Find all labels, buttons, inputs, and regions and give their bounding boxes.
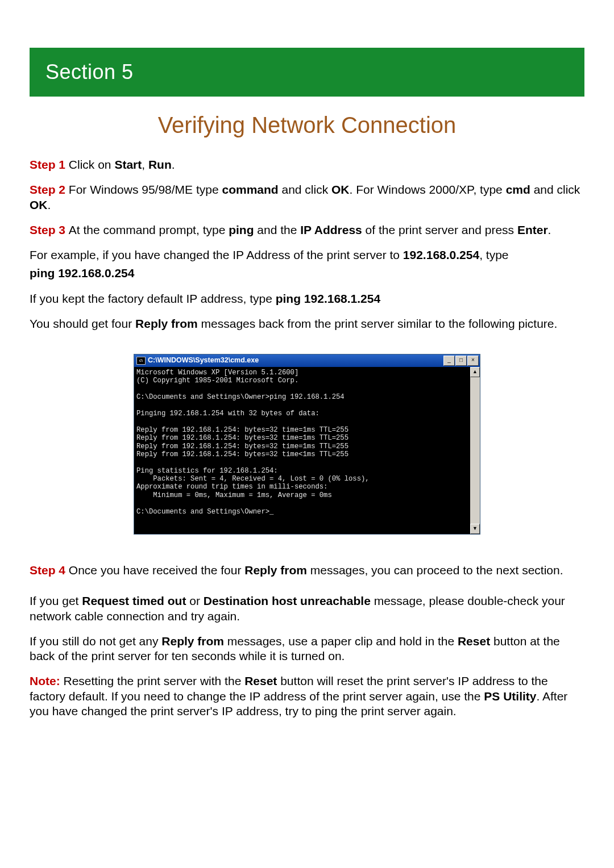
error-2: If you still do not get any Reply from m…: [30, 634, 584, 664]
text-bold: Run: [148, 158, 172, 171]
text: If you still do not get any: [30, 635, 161, 648]
text: If you get: [30, 594, 82, 607]
text: Resetting the print server with the: [64, 674, 245, 687]
maximize-button[interactable]: □: [455, 356, 467, 366]
document-page: Section 5 Verifying Network Connection S…: [0, 0, 614, 763]
text: and the: [254, 223, 300, 236]
cmd-output: Microsoft Windows XP [Version 5.1.2600] …: [134, 367, 470, 534]
section-banner: Section 5: [30, 48, 584, 97]
text-bold: Reset: [244, 674, 277, 687]
reply-intro: You should get four Reply from messages …: [30, 316, 584, 331]
cmd-body-row: Microsoft Windows XP [Version 5.1.2600] …: [134, 367, 480, 534]
example-1: For example, if you have changed the IP …: [30, 248, 584, 262]
error-1: If you get Request timed out or Destinat…: [30, 594, 584, 624]
note: Note: Resetting the print server with th…: [30, 674, 584, 719]
text-bold: cmd: [506, 183, 530, 196]
step-4-label: Step 4: [30, 564, 69, 577]
text: messages, use a paper clip and hold in t…: [224, 635, 458, 648]
note-label: Note:: [30, 674, 64, 687]
step-2-label: Step 2: [30, 183, 69, 196]
text-bold: ping 192.168.1.254: [276, 292, 380, 305]
step-3: Step 3 At the command prompt, type ping …: [30, 223, 584, 237]
body-text: Step 1 Click on Start, Run. Step 2 For W…: [30, 157, 584, 719]
text-bold: 192.168.0.254: [403, 248, 479, 261]
page-title: Verifying Network Connection: [30, 112, 584, 138]
text-bold: Reply from: [161, 635, 224, 648]
text: messages, you can proceed to the next se…: [307, 564, 563, 577]
text-bold: OK: [331, 183, 350, 196]
text-bold: OK: [30, 198, 48, 211]
step-1-label: Step 1: [30, 158, 69, 171]
example-1-command: ping 192.168.0.254: [30, 266, 584, 281]
minimize-button[interactable]: _: [443, 356, 455, 366]
text-bold: PS Utility: [484, 690, 536, 703]
text: .: [548, 223, 551, 236]
step-1: Step 1 Click on Start, Run.: [30, 157, 584, 172]
text-bold: Destination host unreachable: [204, 594, 371, 607]
text-bold: Enter: [517, 223, 548, 236]
text-bold: Request timed out: [82, 594, 186, 607]
text: .: [172, 158, 175, 171]
text: ,: [142, 158, 148, 171]
text: Click on: [69, 158, 115, 171]
text: and click: [279, 183, 331, 196]
text: You should get four: [30, 317, 135, 330]
text: of the print server and press: [362, 223, 517, 236]
text-bold: command: [222, 183, 278, 196]
close-button[interactable]: ×: [467, 356, 479, 366]
scroll-down-icon[interactable]: ▼: [470, 524, 480, 534]
cmd-icon: c\: [136, 357, 146, 365]
cmd-titlebar: c\ C:\WINDOWS\System32\cmd.exe _ □ ×: [134, 354, 480, 367]
text: or: [186, 594, 203, 607]
step-2: Step 2 For Windows 95/98/ME type command…: [30, 182, 584, 212]
text-bold: Reset: [458, 635, 490, 648]
text: Once you have received the four: [69, 564, 244, 577]
text: At the command prompt, type: [69, 223, 229, 236]
text-bold: ping: [229, 223, 254, 236]
text: For Windows 95/98/ME type: [69, 183, 222, 196]
text: , type: [479, 248, 508, 261]
text: For example, if you have changed the IP …: [30, 248, 403, 261]
cmd-window: c\ C:\WINDOWS\System32\cmd.exe _ □ × Mic…: [134, 354, 480, 535]
text: messages back from the print server simi…: [198, 317, 558, 330]
cmd-screenshot: c\ C:\WINDOWS\System32\cmd.exe _ □ × Mic…: [134, 354, 480, 535]
cmd-window-title: C:\WINDOWS\System32\cmd.exe: [148, 356, 443, 365]
text-bold: Start: [114, 158, 142, 171]
text: . For Windows 2000/XP, type: [350, 183, 506, 196]
text-bold: Reply from: [244, 564, 307, 577]
text: .: [48, 198, 51, 211]
step-4: Step 4 Once you have received the four R…: [30, 563, 584, 578]
text: If you kept the factory default IP addre…: [30, 292, 276, 305]
text-bold: IP Address: [300, 223, 362, 236]
step-3-label: Step 3: [30, 223, 69, 236]
example-2: If you kept the factory default IP addre…: [30, 291, 584, 306]
window-buttons: _ □ ×: [443, 356, 479, 366]
scroll-up-icon[interactable]: ▲: [470, 367, 480, 377]
scrollbar[interactable]: ▲ ▼: [470, 367, 480, 534]
text: and click: [530, 183, 580, 196]
text-bold: Reply from: [135, 317, 198, 330]
